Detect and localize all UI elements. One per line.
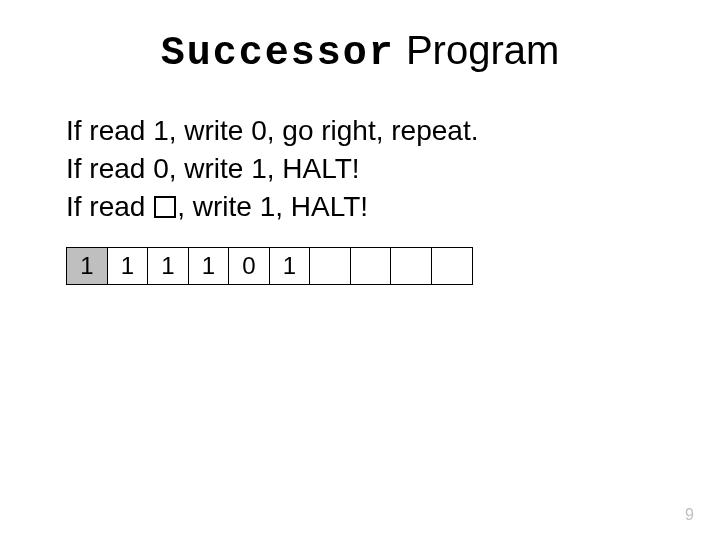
tape-cell: 1	[107, 247, 149, 285]
rule-line-3-prefix: If read	[66, 191, 153, 222]
tape-cell	[390, 247, 432, 285]
program-rules: If read 1, write 0, go right, repeat. If…	[66, 112, 660, 225]
title-word-program: Program	[406, 28, 559, 72]
tape-cell: 1	[188, 247, 230, 285]
tape-cell: 1	[147, 247, 189, 285]
tape-cell: 0	[228, 247, 270, 285]
slide-title: Successor Program	[0, 28, 720, 76]
page-number: 9	[685, 506, 694, 524]
tape-cell	[431, 247, 473, 285]
tape-cell: 1	[269, 247, 311, 285]
rule-line-1: If read 1, write 0, go right, repeat.	[66, 112, 660, 150]
rule-line-3: If read , write 1, HALT!	[66, 188, 660, 226]
tape: 111101	[66, 247, 720, 285]
blank-symbol-icon	[154, 196, 176, 218]
tape-cell: 1	[66, 247, 108, 285]
title-word-successor: Successor	[161, 31, 395, 76]
rule-line-3-suffix: , write 1, HALT!	[177, 191, 368, 222]
rule-line-2: If read 0, write 1, HALT!	[66, 150, 660, 188]
tape-cell	[309, 247, 351, 285]
tape-cell	[350, 247, 392, 285]
